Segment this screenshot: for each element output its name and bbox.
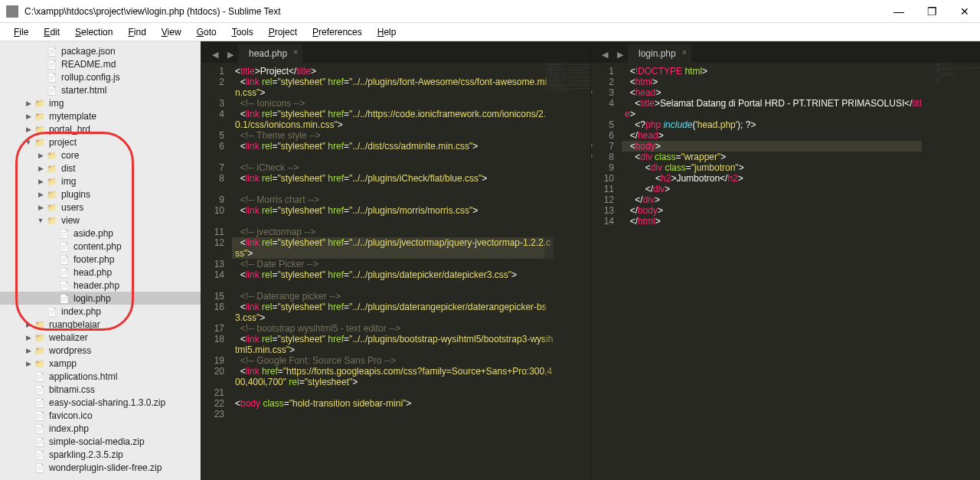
tree-label: rollup.config.js bbox=[61, 72, 120, 83]
menu-tools[interactable]: Tools bbox=[224, 27, 261, 38]
tree-item-core[interactable]: core bbox=[0, 149, 201, 162]
tab-next-icon[interactable]: ▶ bbox=[223, 47, 238, 63]
tree-item-users[interactable]: users bbox=[0, 201, 201, 214]
app-icon bbox=[6, 5, 18, 18]
tab-prev-icon[interactable]: ◀ bbox=[207, 47, 223, 63]
expand-arrow-icon[interactable] bbox=[37, 152, 44, 159]
close-icon[interactable]: × bbox=[682, 48, 687, 57]
file-icon bbox=[59, 241, 71, 252]
close-icon[interactable]: × bbox=[293, 48, 298, 57]
folder-icon bbox=[34, 98, 47, 109]
expand-arrow-icon[interactable] bbox=[24, 113, 32, 120]
tab-head-php[interactable]: head.php × bbox=[238, 44, 302, 63]
minimap[interactable]: <!DOCTYPE html> <html> <head> <title>Sel… bbox=[934, 63, 980, 480]
folder-icon bbox=[34, 111, 47, 122]
code[interactable]: <title>Project</title> <link rel="styles… bbox=[232, 63, 590, 480]
tree-item-mytemplate[interactable]: mytemplate bbox=[0, 109, 201, 122]
tree-label: head.php bbox=[74, 267, 112, 278]
tree-label: img bbox=[49, 98, 64, 109]
expand-arrow-icon[interactable] bbox=[37, 217, 44, 224]
tree-item-project[interactable]: project bbox=[0, 136, 201, 149]
tree-item-sparkling-2-3-5-zip[interactable]: sparkling.2.3.5.zip bbox=[0, 448, 201, 461]
file-icon bbox=[34, 371, 47, 382]
tab-prev-icon[interactable]: ◀ bbox=[597, 47, 612, 63]
tree-item-img[interactable]: img bbox=[0, 96, 201, 109]
folder-icon bbox=[47, 202, 59, 213]
tree-item-wordpress[interactable]: wordpress bbox=[0, 344, 201, 357]
expand-arrow-icon[interactable] bbox=[24, 360, 32, 367]
tree-label: aside.php bbox=[74, 228, 113, 239]
tree-item-starter-html[interactable]: starter.html bbox=[0, 83, 201, 96]
tree-item-package-json[interactable]: package.json bbox=[0, 44, 201, 57]
expand-arrow-icon[interactable] bbox=[24, 126, 32, 133]
tree-label: bitnami.css bbox=[49, 384, 95, 395]
tree-item-wonderplugin-slider-free-zip[interactable]: wonderplugin-slider-free.zip bbox=[0, 461, 201, 474]
menu-view[interactable]: View bbox=[154, 27, 189, 38]
editor-pane-1[interactable]: ◀ ▶ head.php × 1234567891011121314151617… bbox=[201, 41, 590, 480]
tree-label: wordpress bbox=[49, 345, 91, 356]
tree-item-easy-social-sharing-1-3-0-zip[interactable]: easy-social-sharing.1.3.0.zip bbox=[0, 396, 201, 409]
menu-edit[interactable]: Edit bbox=[36, 27, 67, 38]
tree-item-webalizer[interactable]: webalizer bbox=[0, 331, 201, 344]
file-icon bbox=[59, 228, 71, 239]
expand-arrow-icon[interactable] bbox=[37, 204, 44, 211]
tab-next-icon[interactable]: ▶ bbox=[612, 47, 628, 63]
tree-label: dist bbox=[61, 163, 76, 174]
expand-arrow-icon[interactable] bbox=[24, 347, 32, 354]
tree-item-readme-md[interactable]: README.md bbox=[0, 57, 201, 70]
tree-item-img[interactable]: img bbox=[0, 175, 201, 188]
tree-item-footer-php[interactable]: footer.php bbox=[0, 253, 201, 266]
menu-project[interactable]: Project bbox=[261, 27, 305, 38]
tree-item-index-php[interactable]: index.php bbox=[0, 305, 201, 318]
minimap[interactable]: <title>Project</title> <link rel="styles… bbox=[544, 63, 590, 480]
tree-item-plugins[interactable]: plugins bbox=[0, 188, 201, 201]
window-title: C:\xampp\htdocs\project\view\login.php (… bbox=[24, 6, 889, 17]
file-icon bbox=[47, 85, 59, 96]
tree-item-content-php[interactable]: content.php bbox=[0, 240, 201, 253]
tab-login-php[interactable]: login.php × bbox=[628, 44, 691, 63]
tree-label: easy-social-sharing.1.3.0.zip bbox=[49, 397, 165, 408]
tree-item-favicon-ico[interactable]: favicon.ico bbox=[0, 409, 201, 422]
tree-item-dist[interactable]: dist bbox=[0, 162, 201, 175]
tree-item-bitnami-css[interactable]: bitnami.css bbox=[0, 383, 201, 396]
tree-label: webalizer bbox=[49, 332, 88, 343]
tree-item-rollup-config-js[interactable]: rollup.config.js bbox=[0, 70, 201, 83]
tree-item-head-php[interactable]: head.php bbox=[0, 266, 201, 279]
tabbar-1: ◀ ▶ head.php × bbox=[201, 41, 590, 63]
menu-file[interactable]: File bbox=[6, 27, 36, 38]
expand-arrow-icon[interactable] bbox=[37, 191, 44, 198]
expand-arrow-icon[interactable] bbox=[37, 178, 44, 185]
tree-item-aside-php[interactable]: aside.php bbox=[0, 227, 201, 240]
expand-arrow-icon[interactable] bbox=[24, 334, 32, 341]
tree-item-portal-hrd[interactable]: portal_hrd bbox=[0, 122, 201, 136]
expand-arrow-icon[interactable] bbox=[24, 139, 32, 146]
sidebar[interactable]: package.jsonREADME.mdrollup.config.jssta… bbox=[0, 41, 201, 480]
tree-item-index-php[interactable]: index.php bbox=[0, 422, 201, 435]
tree-item-applications-html[interactable]: applications.html bbox=[0, 370, 201, 383]
tree-item-header-php[interactable]: header.php bbox=[0, 279, 201, 292]
close-button[interactable]: ✕ bbox=[956, 5, 974, 18]
file-icon bbox=[34, 397, 47, 408]
menubar: FileEditSelectionFindViewGotoToolsProjec… bbox=[0, 23, 980, 41]
code[interactable]: <!DOCTYPE html> <html> <head> <title>Sel… bbox=[622, 63, 980, 480]
tree-item-view[interactable]: view bbox=[0, 214, 201, 227]
expand-arrow-icon[interactable] bbox=[24, 100, 32, 107]
tab-label: login.php bbox=[639, 48, 676, 59]
menu-preferences[interactable]: Preferences bbox=[305, 27, 370, 38]
tree-item-xampp[interactable]: xampp bbox=[0, 357, 201, 370]
menu-help[interactable]: Help bbox=[370, 27, 404, 38]
code-area-2[interactable]: 123▼4567▼8▼91011121314 <!DOCTYPE html> <… bbox=[591, 63, 980, 480]
tree-item-ruangbelajar[interactable]: ruangbelajar bbox=[0, 318, 201, 331]
code-area-1[interactable]: 1234567891011121314151617181920212223 <t… bbox=[201, 63, 590, 480]
menu-goto[interactable]: Goto bbox=[189, 27, 224, 38]
titlebar: C:\xampp\htdocs\project\view\login.php (… bbox=[0, 0, 980, 23]
expand-arrow-icon[interactable] bbox=[37, 165, 44, 172]
tree-item-login-php[interactable]: login.php bbox=[0, 292, 201, 305]
menu-find[interactable]: Find bbox=[120, 27, 153, 38]
expand-arrow-icon[interactable] bbox=[24, 321, 32, 328]
maximize-button[interactable]: ❐ bbox=[923, 5, 942, 18]
editor-pane-2[interactable]: ◀ ▶ login.php × 123▼4567▼8▼91011121314 <… bbox=[590, 41, 980, 480]
minimize-button[interactable]: — bbox=[889, 5, 909, 18]
tree-item-simple-social-media-zip[interactable]: simple-social-media.zip bbox=[0, 435, 201, 448]
menu-selection[interactable]: Selection bbox=[67, 27, 120, 38]
